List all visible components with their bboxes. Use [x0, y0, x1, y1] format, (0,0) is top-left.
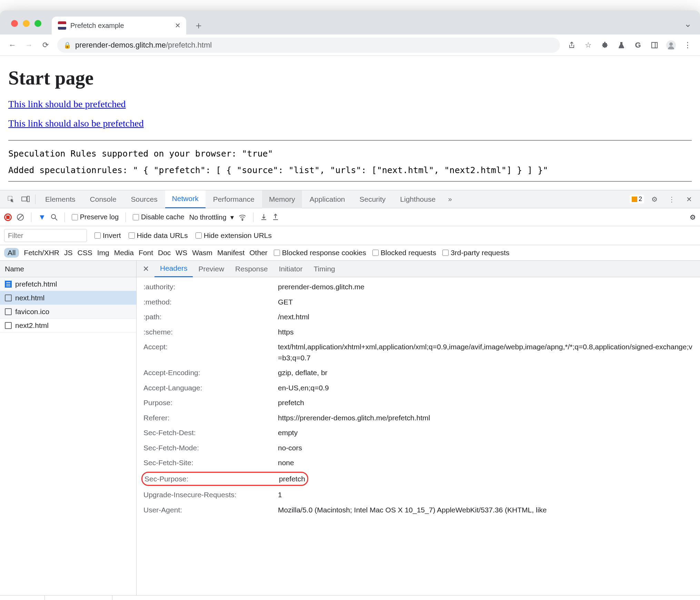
header-row: Sec-Fetch-Mode:no-cors	[137, 440, 700, 456]
forward-button[interactable]: →	[21, 38, 37, 53]
detail-tab-headers[interactable]: Headers	[154, 261, 193, 277]
close-window-button[interactable]	[11, 20, 18, 27]
type-filter-other[interactable]: Other	[249, 249, 268, 257]
header-key: :scheme:	[143, 327, 278, 338]
warnings-chip[interactable]: 2	[630, 195, 644, 203]
type-filter-manifest[interactable]: Manifest	[217, 249, 244, 257]
request-header-row: Name ✕ HeadersPreviewResponseInitiatorTi…	[0, 261, 700, 277]
type-filter-js[interactable]: JS	[64, 249, 73, 257]
tabs-dropdown-icon[interactable]: ⌄	[684, 19, 692, 29]
type-filter-wasm[interactable]: Wasm	[192, 249, 212, 257]
header-row: Accept-Language:en-US,en;q=0.9	[137, 380, 700, 396]
file-icon	[5, 322, 12, 329]
google-icon[interactable]: G	[630, 38, 646, 53]
new-tab-button[interactable]: ＋	[191, 18, 206, 33]
share-icon[interactable]	[564, 38, 579, 53]
preserve-log-checkbox[interactable]: Preserve log	[72, 213, 119, 221]
filter-icon[interactable]: ▼	[38, 213, 46, 222]
lock-icon[interactable]: 🔒	[63, 41, 71, 49]
tab-strip: Prefetch example ✕ ＋ ⌄	[0, 10, 700, 34]
disable-cache-checkbox[interactable]: Disable cache	[133, 213, 184, 221]
devtools-tab-performance[interactable]: Performance	[206, 190, 261, 208]
devtools-tab-application[interactable]: Application	[303, 190, 352, 208]
filter-input[interactable]	[4, 229, 87, 242]
toolbar-icons: ☆ G ⋮	[564, 38, 695, 53]
import-har-icon[interactable]	[272, 213, 279, 221]
devtools-tab-network[interactable]: Network	[165, 190, 206, 208]
close-detail-icon[interactable]: ✕	[140, 264, 152, 273]
extensions-icon[interactable]	[597, 38, 612, 53]
devtools-tab-lighthouse[interactable]: Lighthouse	[393, 190, 442, 208]
export-har-icon[interactable]	[260, 213, 267, 221]
profile-icon[interactable]	[663, 38, 679, 53]
network-conditions-icon[interactable]	[239, 213, 246, 221]
request-row[interactable]: next.html	[0, 291, 136, 305]
type-filter-img[interactable]: Img	[97, 249, 109, 257]
header-value: prefetch	[279, 473, 305, 484]
headers-list: :authority:prerender-demos.glitch.me:met…	[137, 277, 700, 595]
reload-button[interactable]: ⟳	[38, 38, 53, 53]
header-key: :authority:	[143, 281, 278, 292]
minimize-window-button[interactable]	[23, 20, 30, 27]
svg-rect-0	[652, 42, 657, 48]
device-icon[interactable]	[19, 192, 32, 206]
detail-tab-preview[interactable]: Preview	[193, 261, 230, 277]
header-key: Accept-Encoding:	[143, 367, 278, 378]
network-settings-icon[interactable]: ⚙	[690, 213, 696, 221]
third-party-checkbox[interactable]: 3rd-party requests	[442, 249, 509, 257]
network-toolbar: ▼ Preserve log Disable cache No throttli…	[0, 208, 700, 226]
name-column-header[interactable]: Name	[0, 261, 137, 277]
back-button[interactable]: ←	[5, 38, 20, 53]
devtools-tab-security[interactable]: Security	[352, 190, 392, 208]
throttling-select[interactable]: No throttling ▾	[189, 213, 234, 221]
request-row[interactable]: favicon.ico	[0, 305, 136, 319]
divider	[8, 140, 692, 141]
settings-icon[interactable]: ⚙	[648, 192, 661, 206]
type-filter-fetch-xhr[interactable]: Fetch/XHR	[24, 249, 59, 257]
header-row: Upgrade-Insecure-Requests:1	[137, 487, 700, 502]
detail-tab-response[interactable]: Response	[230, 261, 273, 277]
request-name: next2.html	[15, 321, 49, 330]
devtools-tab-console[interactable]: Console	[83, 190, 123, 208]
detail-tab-initiator[interactable]: Initiator	[273, 261, 308, 277]
type-filter-all[interactable]: All	[4, 248, 19, 258]
prefetch-link-2[interactable]: This link should also be prefetched	[8, 118, 144, 129]
bookmark-icon[interactable]: ☆	[581, 38, 596, 53]
devtools-tab-memory[interactable]: Memory	[262, 190, 302, 208]
labs-icon[interactable]	[614, 38, 629, 53]
sidepanel-icon[interactable]	[647, 38, 662, 53]
close-devtools-icon[interactable]: ✕	[682, 192, 696, 206]
invert-checkbox[interactable]: Invert	[94, 231, 121, 240]
close-tab-icon[interactable]: ✕	[175, 21, 181, 30]
devtools-tab-elements[interactable]: Elements	[38, 190, 82, 208]
blocked-requests-checkbox[interactable]: Blocked requests	[372, 249, 436, 257]
prefetch-link-1[interactable]: This link should be prefetched	[8, 99, 126, 110]
menu-icon[interactable]: ⋮	[680, 38, 695, 53]
clear-icon[interactable]	[17, 213, 24, 221]
maximize-window-button[interactable]	[34, 20, 41, 27]
address-bar[interactable]: 🔒 prerender-demos.glitch.me/prefetch.htm…	[57, 38, 560, 53]
header-value: 1	[278, 489, 693, 500]
request-name: prefetch.html	[15, 280, 57, 288]
hide-extension-urls-checkbox[interactable]: Hide extension URLs	[196, 231, 272, 240]
svg-line-8	[18, 215, 23, 220]
type-filter-font[interactable]: Font	[139, 249, 153, 257]
blocked-cookies-checkbox[interactable]: Blocked response cookies	[274, 249, 366, 257]
type-filter-css[interactable]: CSS	[78, 249, 92, 257]
record-button[interactable]	[4, 213, 12, 221]
hide-data-urls-checkbox[interactable]: Hide data URLs	[129, 231, 188, 240]
detail-tabs: ✕ HeadersPreviewResponseInitiatorTiming	[137, 261, 700, 277]
inspect-icon[interactable]	[4, 192, 18, 206]
browser-tab[interactable]: Prefetch example ✕	[52, 17, 186, 34]
request-row[interactable]: prefetch.html	[0, 277, 136, 291]
request-row[interactable]: next2.html	[0, 319, 136, 332]
type-filter-doc[interactable]: Doc	[158, 249, 171, 257]
more-tabs-icon[interactable]: »	[443, 192, 457, 206]
devtools-menu-icon[interactable]: ⋮	[665, 192, 679, 206]
devtools-tab-sources[interactable]: Sources	[124, 190, 164, 208]
type-filter-ws[interactable]: WS	[176, 249, 187, 257]
type-filter-media[interactable]: Media	[114, 249, 134, 257]
search-icon[interactable]	[51, 214, 58, 221]
header-row: User-Agent:Mozilla/5.0 (Macintosh; Intel…	[137, 502, 700, 518]
detail-tab-timing[interactable]: Timing	[308, 261, 341, 277]
